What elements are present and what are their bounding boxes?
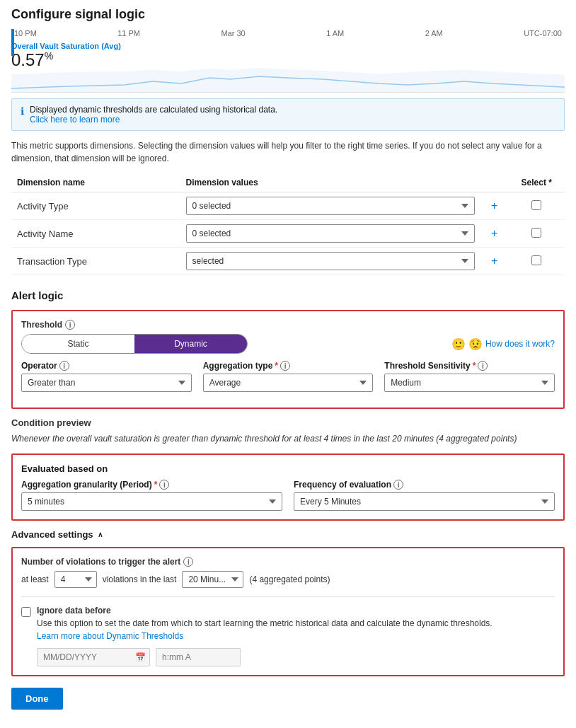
chevron-up-icon: ∧ (98, 531, 103, 538)
evaluated-section-title: Evaluated based on (21, 463, 555, 474)
chart-metric-label: Overall Vault Saturation (Avg) (11, 42, 121, 50)
threshold-sensitivity-dropdown[interactable]: Low Medium High (384, 374, 555, 392)
threshold-sensitivity-info-icon[interactable]: i (478, 361, 488, 371)
ignore-data-description: Use this option to set the date from whi… (37, 618, 493, 628)
info-icon: ℹ (21, 105, 24, 117)
violations-controls: at least 1 2 3 4 5 violations in the las… (21, 571, 555, 588)
ignore-data-checkbox[interactable] (21, 607, 31, 617)
frequency-evaluation-label: Frequency of evaluation (294, 480, 391, 490)
aggregation-type-dropdown[interactable]: Average Minimum Maximum Total Count (203, 374, 374, 392)
activity-type-add-btn[interactable]: + (491, 200, 497, 212)
ignore-data-link[interactable]: Learn more about Dynamic Thresholds (37, 631, 493, 641)
ignore-data-label: Ignore data before (37, 606, 493, 616)
threshold-sensitivity-group: Threshold Sensitivity * i Low Medium Hig… (384, 361, 555, 392)
threshold-info-icon[interactable]: i (65, 320, 75, 330)
aggregated-points-text: (4 aggregated points) (249, 574, 330, 584)
table-row: Activity Type 0 selected + (11, 192, 565, 220)
svg-marker-0 (11, 68, 565, 92)
frequency-evaluation-info-icon[interactable]: i (393, 480, 403, 490)
time-input[interactable] (156, 648, 241, 666)
col-header-select: Select * (508, 173, 565, 192)
page-title: Configure signal logic (11, 7, 565, 22)
table-row: Transaction Type selected + (11, 248, 565, 275)
operator-info-icon[interactable]: i (59, 361, 69, 371)
aggregation-granularity-dropdown[interactable]: 1 minute 5 minutes 15 minutes 30 minutes… (21, 492, 282, 511)
info-banner: ℹ Displayed dynamic thresholds are calcu… (11, 98, 565, 131)
frequency-evaluation-dropdown[interactable]: Every 1 Minute Every 5 Minutes Every 15 … (294, 492, 555, 511)
info-banner-text: Displayed dynamic thresholds are calcula… (30, 105, 277, 115)
col-header-name: Dimension name (11, 173, 180, 192)
violations-label-text: Number of violations to trigger the aler… (21, 557, 180, 567)
table-row: Activity Name 0 selected + (11, 220, 565, 248)
aggregation-type-group: Aggregation type * i Average Minimum Max… (203, 361, 374, 392)
frequency-evaluation-group: Frequency of evaluation i Every 1 Minute… (294, 480, 555, 511)
chart-blue-bar (11, 29, 14, 56)
info-banner-link[interactable]: Click here to learn more (30, 115, 277, 125)
date-time-row: 📅 (37, 648, 493, 666)
dim-name-activity-type: Activity Type (11, 192, 180, 220)
done-button[interactable]: Done (11, 688, 63, 710)
violations-in-last-label: violations in the last (103, 574, 177, 584)
operator-dropdown[interactable]: Greater than Greater than or equal to Le… (21, 374, 192, 392)
evaluated-section: Evaluated based on Aggregation granulari… (11, 453, 565, 521)
happy-emoji: 🙂 (451, 337, 466, 351)
dimension-table: Dimension name Dimension values Select *… (11, 173, 565, 275)
ignore-data-section: Ignore data before Use this option to se… (21, 606, 555, 666)
advanced-settings-header[interactable]: Advanced settings ∧ (11, 529, 565, 540)
threshold-toggle[interactable]: Static Dynamic (21, 334, 248, 354)
operator-label: Operator (21, 361, 57, 371)
aggregation-granularity-group: Aggregation granularity (Period) * i 1 m… (21, 480, 282, 511)
activity-name-add-btn[interactable]: + (491, 227, 497, 240)
alert-logic-form-row: Operator i Greater than Greater than or … (21, 361, 555, 392)
operator-group: Operator i Greater than Greater than or … (21, 361, 192, 392)
threshold-sensitivity-label: Threshold Sensitivity (384, 361, 470, 371)
chart-area: 10 PM 11 PM Mar 30 1 AM 2 AM UTC-07:00 O… (11, 29, 565, 93)
transaction-type-dropdown[interactable]: selected (186, 252, 475, 270)
aggregation-type-label: Aggregation type (203, 361, 273, 371)
activity-name-dropdown[interactable]: 0 selected (186, 224, 475, 243)
activity-type-dropdown[interactable]: 0 selected (186, 197, 475, 215)
aggregation-type-info-icon[interactable]: i (280, 361, 290, 371)
aggregation-granularity-info-icon[interactable]: i (159, 480, 169, 490)
sad-emoji: 😟 (468, 337, 483, 351)
dynamic-toggle-option[interactable]: Dynamic (134, 335, 247, 353)
dimension-description: This metric supports dimensions. Selecti… (11, 139, 565, 165)
at-least-dropdown[interactable]: 1 2 3 4 5 (54, 571, 97, 588)
advanced-settings-title: Advanced settings (11, 529, 93, 540)
alert-logic-section: Threshold i Static Dynamic 🙂 😟 How does … (11, 310, 565, 409)
at-least-label: at least (21, 574, 49, 584)
transaction-type-checkbox[interactable] (531, 255, 541, 265)
violations-info-icon[interactable]: i (183, 557, 193, 567)
calendar-icon: 📅 (135, 652, 146, 662)
evaluated-form-row: Aggregation granularity (Period) * i 1 m… (21, 480, 555, 511)
advanced-content: Number of violations to trigger the aler… (11, 547, 565, 676)
transaction-type-add-btn[interactable]: + (491, 255, 497, 267)
activity-name-checkbox[interactable] (531, 228, 541, 238)
condition-preview-text: Whenever the overall vault saturation is… (11, 432, 565, 445)
chart-svg (11, 64, 565, 92)
col-header-values: Dimension values (180, 173, 480, 192)
dim-name-transaction-type: Transaction Type (11, 248, 180, 275)
static-toggle-option[interactable]: Static (22, 335, 134, 353)
last-period-dropdown[interactable]: 5 Minu... 10 Minu... 15 Minu... 20 Minu.… (182, 571, 243, 588)
how-it-works-link[interactable]: 🙂 😟 How does it work? (451, 337, 555, 351)
dim-name-activity-name: Activity Name (11, 220, 180, 248)
threshold-label-text: Threshold (21, 320, 62, 330)
date-input[interactable] (37, 648, 150, 666)
condition-preview-section: Condition preview Whenever the overall v… (11, 417, 565, 445)
violations-section: Number of violations to trigger the aler… (21, 557, 555, 588)
chart-time-labels: 10 PM 11 PM Mar 30 1 AM 2 AM UTC-07:00 (11, 29, 565, 37)
aggregation-granularity-label: Aggregation granularity (Period) (21, 480, 152, 490)
activity-type-checkbox[interactable] (531, 200, 541, 210)
alert-logic-title: Alert logic (11, 289, 565, 301)
threshold-row: Threshold i Static Dynamic 🙂 😟 How does … (21, 320, 555, 354)
condition-preview-title: Condition preview (11, 417, 565, 428)
